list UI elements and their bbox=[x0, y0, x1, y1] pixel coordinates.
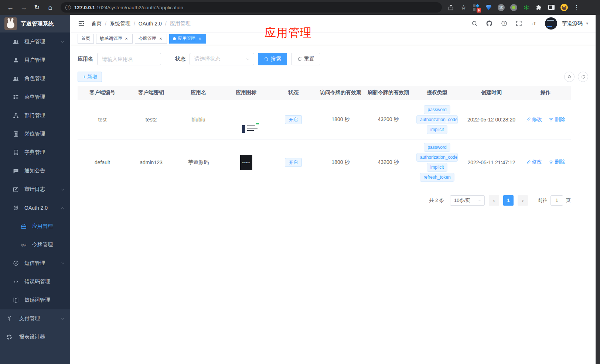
cell-access-ttl: 1800 秒 bbox=[316, 140, 365, 185]
table-search-button[interactable] bbox=[564, 72, 575, 82]
sidebar-item-menu[interactable]: 菜单管理 bbox=[0, 88, 70, 106]
share-icon[interactable] bbox=[447, 4, 455, 11]
status-badge: 开启 bbox=[285, 158, 302, 167]
comment-icon bbox=[13, 168, 19, 174]
tags-view-bar: 首页 敏感词管理× 令牌管理× 应用管理× bbox=[70, 32, 596, 45]
user-avatar[interactable] bbox=[545, 17, 557, 30]
chevron-down-icon bbox=[245, 57, 250, 62]
grant-type-tag: authorization_code bbox=[416, 115, 458, 124]
reset-button[interactable]: 重置 bbox=[291, 53, 320, 65]
sidebar-item-sms[interactable]: 短信管理 bbox=[0, 254, 70, 272]
browser-back-icon[interactable]: ← bbox=[4, 1, 16, 13]
tab-application[interactable]: 应用管理× bbox=[169, 34, 206, 44]
extension-command-icon[interactable]: ⌘ bbox=[497, 4, 505, 11]
sidebar-item-audit[interactable]: 审计日志 bbox=[0, 180, 70, 199]
col-app-icon: 应用图标 bbox=[222, 86, 270, 100]
chevron-up-icon bbox=[60, 206, 65, 210]
tab-home[interactable]: 首页 bbox=[78, 34, 94, 44]
github-icon[interactable] bbox=[486, 20, 493, 27]
extension-green-star-icon[interactable] bbox=[522, 4, 530, 11]
breadcrumb-system[interactable]: 系统管理 bbox=[110, 20, 130, 27]
browser-scrollbar[interactable] bbox=[596, 15, 600, 364]
prev-page-button[interactable]: ‹ bbox=[489, 195, 499, 206]
sidebar-item-pay[interactable]: 支付管理 bbox=[0, 309, 70, 328]
pencil-icon bbox=[526, 160, 531, 165]
current-page[interactable]: 1 bbox=[503, 195, 514, 206]
sidebar-item-user[interactable]: 用户管理 bbox=[0, 51, 70, 69]
circle-check-icon bbox=[13, 260, 19, 267]
extensions-puzzle-icon[interactable] bbox=[535, 4, 543, 11]
font-size-icon[interactable] bbox=[530, 20, 537, 27]
chevron-down-icon bbox=[60, 316, 65, 321]
status-badge: 开启 bbox=[285, 115, 302, 124]
delete-link[interactable]: 删除 bbox=[549, 159, 565, 165]
page-size-select[interactable]: 10条/页 bbox=[450, 195, 485, 206]
browser-toolbar: ← → ↻ ⌂ i 127.0.0.1:1024/system/oauth2/o… bbox=[0, 0, 600, 15]
delete-link[interactable]: 删除 bbox=[549, 116, 565, 123]
side-panel-icon[interactable] bbox=[548, 4, 555, 11]
caret-down-icon[interactable]: ▾ bbox=[586, 21, 588, 26]
grant-type-tag: authorization_code bbox=[416, 153, 458, 162]
bookmark-star-icon[interactable]: ☆ bbox=[460, 4, 467, 11]
extension-gem-icon[interactable] bbox=[485, 4, 492, 11]
col-status: 状态 bbox=[270, 86, 316, 100]
grant-type-tag: refresh_token bbox=[420, 173, 454, 182]
users-icon bbox=[13, 75, 19, 82]
search-icon[interactable] bbox=[471, 20, 478, 27]
plus-icon: + bbox=[83, 74, 86, 80]
close-icon[interactable]: × bbox=[124, 36, 129, 41]
app-name-label: 应用名 bbox=[78, 56, 93, 62]
sidebar-item-notice[interactable]: 通知公告 bbox=[0, 162, 70, 180]
profile-avatar-icon[interactable] bbox=[560, 4, 568, 11]
next-page-button[interactable]: › bbox=[518, 195, 528, 206]
sidebar-item-dict[interactable]: 字典管理 bbox=[0, 143, 70, 162]
extension-blocks-icon[interactable]: 9 bbox=[472, 4, 480, 11]
help-icon[interactable] bbox=[501, 20, 508, 27]
sidebar-item-tenant[interactable]: 租户管理 bbox=[0, 32, 70, 51]
sidebar-item-report[interactable]: 报表设计器 bbox=[0, 328, 70, 346]
browser-menu-icon[interactable]: ⋮ bbox=[573, 4, 580, 11]
sidebar-item-post[interactable]: 岗位管理 bbox=[0, 125, 70, 143]
sidebar-item-role[interactable]: 角色管理 bbox=[0, 69, 70, 88]
extension-record-icon[interactable] bbox=[510, 4, 518, 11]
sidebar-item-dept[interactable]: 部门管理 bbox=[0, 106, 70, 125]
browser-reload-icon[interactable]: ↻ bbox=[31, 1, 43, 13]
site-info-icon[interactable]: i bbox=[65, 5, 71, 10]
status-select[interactable]: 请选择状态 bbox=[190, 53, 254, 65]
robot-icon bbox=[13, 205, 19, 211]
browser-home-icon[interactable]: ⌂ bbox=[44, 1, 56, 13]
fullscreen-icon[interactable] bbox=[515, 20, 522, 27]
sidebar-item-errcode[interactable]: 错误码管理 bbox=[0, 272, 70, 291]
table-refresh-button[interactable] bbox=[578, 72, 588, 82]
goto-page-input[interactable] bbox=[550, 195, 563, 206]
close-icon[interactable]: × bbox=[158, 36, 163, 41]
tab-token[interactable]: 令牌管理× bbox=[135, 34, 167, 44]
org-chart-icon bbox=[13, 112, 19, 119]
screen: ← → ↻ ⌂ i 127.0.0.1:1024/system/oauth2/o… bbox=[0, 0, 600, 364]
chevron-down-icon bbox=[477, 198, 482, 203]
breadcrumb-home[interactable]: 首页 bbox=[91, 20, 102, 27]
open-book-icon bbox=[13, 297, 19, 303]
close-icon[interactable]: × bbox=[197, 36, 202, 41]
edit-link[interactable]: 修改 bbox=[526, 159, 542, 165]
sidebar-collapse-icon[interactable] bbox=[78, 20, 85, 27]
breadcrumb-oauth[interactable]: OAuth 2.0 bbox=[139, 21, 162, 27]
tab-sensitive[interactable]: 敏感词管理× bbox=[96, 34, 133, 44]
add-button[interactable]: + 新增 bbox=[78, 72, 102, 82]
app-name-input[interactable] bbox=[97, 53, 161, 65]
sidebar-item-oauth-app[interactable]: 应用管理 bbox=[0, 217, 70, 236]
search-icon bbox=[567, 75, 572, 79]
logo-avatar bbox=[4, 17, 17, 30]
address-bar[interactable]: i 127.0.0.1:1024/system/oauth2/oauth2/ap… bbox=[61, 2, 442, 13]
main-area: 首页 / 系统管理 / OAuth 2.0 / 应用管理 芋道源码 ▾ bbox=[70, 15, 596, 364]
sidebar-item-sensitive[interactable]: 敏感词管理 bbox=[0, 291, 70, 309]
sidebar-item-oauth-token[interactable]: 令牌管理 bbox=[0, 236, 70, 254]
search-button[interactable]: 搜索 bbox=[258, 53, 287, 65]
browser-forward-icon[interactable]: → bbox=[18, 1, 30, 13]
browser-actions: ☆ 9 ⌘ ⋮ bbox=[447, 4, 580, 11]
sidebar-item-oauth[interactable]: OAuth 2.0 bbox=[0, 199, 70, 217]
edit-link[interactable]: 修改 bbox=[526, 116, 542, 123]
goto-label: 前往 bbox=[538, 197, 548, 204]
user-name[interactable]: 芋道源码 bbox=[562, 20, 582, 27]
cell-app-name: 芋道源码 bbox=[175, 140, 222, 185]
